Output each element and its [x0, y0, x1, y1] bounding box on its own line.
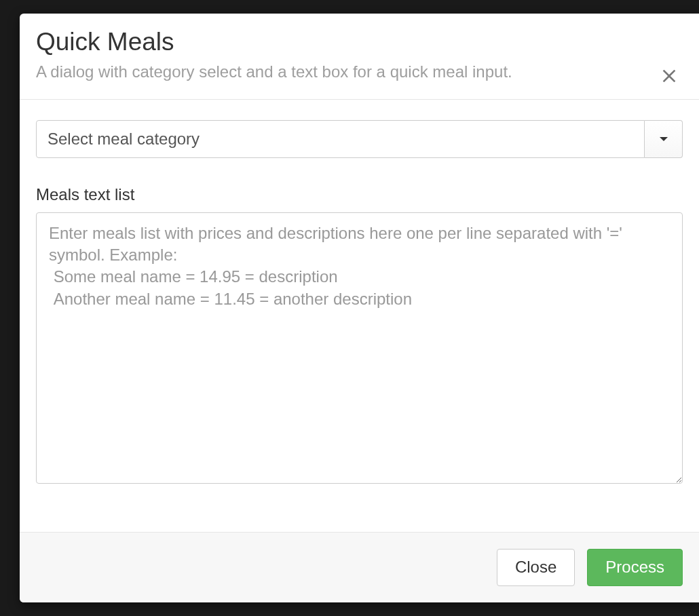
category-select-placeholder: Select meal category	[48, 130, 200, 149]
dialog-body: Select meal category Meals text list	[20, 100, 699, 533]
close-button[interactable]: Close	[497, 549, 575, 586]
category-select-field[interactable]: Select meal category	[36, 120, 645, 158]
dialog-title: Quick Meals	[36, 27, 683, 57]
close-icon	[658, 65, 680, 87]
dialog-footer: Close Process	[20, 532, 699, 602]
category-select-group: Select meal category	[36, 120, 683, 158]
category-select-toggle[interactable]	[645, 120, 683, 158]
process-button[interactable]: Process	[587, 549, 683, 586]
chevron-down-icon	[660, 137, 668, 141]
close-icon-button[interactable]	[656, 62, 683, 90]
quick-meals-dialog: Quick Meals A dialog with category selec…	[20, 14, 699, 602]
dialog-header: Quick Meals A dialog with category selec…	[20, 14, 699, 100]
meals-text-label: Meals text list	[36, 185, 683, 204]
meals-text-input[interactable]	[36, 212, 683, 484]
dialog-subtitle: A dialog with category select and a text…	[36, 61, 683, 82]
